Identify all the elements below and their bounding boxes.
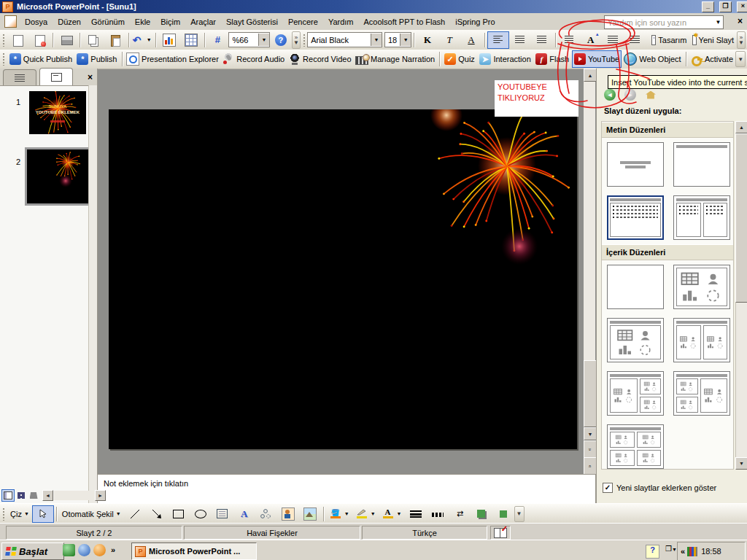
align-left-button[interactable] <box>487 31 509 49</box>
publish-button[interactable]: *Publish <box>74 50 120 68</box>
annotation-textbox[interactable]: YOUTUBEYE TIKLIYORUZ <box>495 80 578 117</box>
chevron-down-icon[interactable]: ▼ <box>258 34 269 46</box>
horizontal-scrollbar[interactable] <box>54 491 94 500</box>
checkbox-checked-icon[interactable]: ✓ <box>603 483 613 493</box>
menu-pencere[interactable]: Pencere <box>283 15 323 29</box>
messenger-icon[interactable] <box>78 544 90 556</box>
previous-slide-icon[interactable]: » <box>584 440 597 458</box>
chevron-down-icon[interactable]: ▼ <box>713 19 723 26</box>
close-pane-icon[interactable]: × <box>88 72 93 82</box>
undo-button[interactable]: ↶▼ <box>131 31 153 49</box>
help-question-input[interactable]: Yardım için soru yazın ▼ <box>604 15 724 29</box>
menu-yardim[interactable]: Yardım <box>323 15 359 29</box>
numbering-button[interactable] <box>558 31 580 49</box>
tab-slides[interactable] <box>39 68 73 85</box>
insert-picture-button[interactable] <box>299 505 321 523</box>
record-video-button[interactable]: Record Video <box>287 50 353 68</box>
scroll-right-icon[interactable]: ► <box>95 490 106 501</box>
paste-button[interactable] <box>104 31 126 49</box>
insert-chart-button[interactable] <box>158 31 180 49</box>
layout-content[interactable] <box>673 265 730 309</box>
show-on-new-slides-checkbox[interactable]: ✓ Yeni slaytlar eklerken göster <box>603 483 716 493</box>
layout-title-content[interactable] <box>607 318 664 362</box>
new-button[interactable] <box>7 31 28 49</box>
home-button[interactable] <box>643 88 658 102</box>
slide-2-thumbnail-selected[interactable] <box>25 147 92 206</box>
line-color-button[interactable]: ▼ <box>352 505 379 523</box>
select-objects-button[interactable] <box>32 505 54 523</box>
menu-araclar[interactable]: Araçlar <box>185 15 221 29</box>
layout-title-only[interactable] <box>673 142 730 187</box>
menu-bicim[interactable]: Biçim <box>155 15 185 29</box>
toolbar-grip[interactable] <box>2 34 4 47</box>
layout-four-content[interactable] <box>607 424 664 469</box>
orange-app-icon[interactable] <box>93 544 106 556</box>
toolbar-options-button[interactable]: ▼ <box>514 506 525 522</box>
help-button[interactable]: ? <box>270 31 292 49</box>
slides-panel-scrollbar[interactable] <box>88 85 97 503</box>
chevron-down-icon[interactable]: ▼ <box>400 34 411 46</box>
powerpoint-task-button[interactable]: P Microsoft PowerPoint ... <box>131 542 257 560</box>
fill-color-button[interactable]: 🪣▼ <box>326 505 352 523</box>
menu-gorunum[interactable]: Görünüm <box>86 15 130 29</box>
line-style-button[interactable] <box>405 505 427 523</box>
scrollbar-thumb[interactable] <box>735 133 747 303</box>
presentation-explorer-button[interactable]: Presentation Explorer <box>125 50 221 68</box>
print-button[interactable] <box>55 31 77 49</box>
tray-help-icon[interactable]: ? <box>646 545 659 559</box>
zoom-combobox[interactable]: %66 ▼ <box>228 32 270 47</box>
tray-restore-icon[interactable]: ❐▼ <box>665 545 677 553</box>
new-slide-button[interactable]: Yeni Slayt <box>689 31 737 49</box>
forward-button[interactable]: ► <box>623 88 638 102</box>
undo-dropdown-icon[interactable]: ▼ <box>147 37 152 42</box>
toolbar-options-button[interactable]: »▼ <box>292 31 301 49</box>
record-audio-button[interactable]: Record Audio <box>220 50 287 68</box>
slide-1-thumbnail[interactable]: SUNUYA YOUTUBE EKLEMEK <box>29 91 86 134</box>
dash-style-button[interactable] <box>427 505 449 523</box>
increase-indent-button[interactable] <box>624 31 646 49</box>
autoshape-menu-button[interactable]: Otomatik Şekil▼ <box>59 505 124 523</box>
interaction-button[interactable]: ➤Interaction <box>477 50 533 68</box>
restore-button[interactable]: ❐ <box>719 1 732 12</box>
scroll-up-icon[interactable]: ▲ <box>584 69 597 82</box>
oval-button[interactable] <box>190 505 212 523</box>
clipart-button[interactable] <box>277 505 299 523</box>
slide-sorter-view-button[interactable] <box>15 490 27 501</box>
scroll-down-icon[interactable]: ▼ <box>735 457 747 470</box>
close-button[interactable]: × <box>737 1 747 12</box>
show-grid-button[interactable]: # <box>206 31 228 49</box>
shadow-style-button[interactable] <box>471 505 492 523</box>
draw-menu-button[interactable]: Çiz▼ <box>7 505 32 523</box>
flash-button[interactable]: fFlash <box>533 50 572 68</box>
quiz-button[interactable]: ✓Quiz <box>442 50 478 68</box>
arrow-style-button[interactable]: ⇄ <box>449 505 471 523</box>
menu-ispring-pro[interactable]: iSpring Pro <box>450 15 500 29</box>
next-slide-icon[interactable]: » <box>584 457 597 475</box>
diagram-button[interactable] <box>255 505 277 523</box>
layout-title-text-selected[interactable] <box>607 195 664 240</box>
tab-outline[interactable] <box>3 69 36 85</box>
layout-two-content-and-content[interactable] <box>673 371 730 416</box>
menu-acoolsoft[interactable]: Acoolsoft PPT to Flash <box>359 15 451 29</box>
toolbar-grip[interactable] <box>2 508 5 521</box>
decrease-indent-button[interactable] <box>602 31 624 49</box>
3d-style-button[interactable] <box>492 505 514 523</box>
minimize-button[interactable]: _ <box>702 1 714 12</box>
wordart-button[interactable]: A <box>233 505 255 523</box>
web-object-button[interactable]: Web Object <box>622 50 683 68</box>
scroll-left-icon[interactable]: ◄ <box>42 490 53 501</box>
increase-font-button[interactable]: A <box>580 31 602 49</box>
slide-canvas[interactable] <box>109 109 577 449</box>
layout-title-two-content[interactable] <box>673 318 730 362</box>
task-pane-scrollbar[interactable]: ▲ ▼ <box>735 121 747 470</box>
font-size-combobox[interactable]: 18 ▼ <box>384 32 411 47</box>
normal-view-button[interactable] <box>1 489 15 502</box>
align-right-button[interactable] <box>531 31 553 49</box>
quick-publish-button[interactable]: *Quick Publish <box>7 50 74 68</box>
font-color-button[interactable]: A▼ <box>379 505 405 523</box>
layout-blank[interactable] <box>607 265 664 309</box>
text-box-button[interactable] <box>212 505 233 523</box>
back-button[interactable]: ◄ <box>603 88 617 102</box>
manage-narration-button[interactable]: Manage Narration <box>353 50 436 68</box>
menu-slayt-gosterisi[interactable]: Slayt Gösterisi <box>221 15 283 29</box>
